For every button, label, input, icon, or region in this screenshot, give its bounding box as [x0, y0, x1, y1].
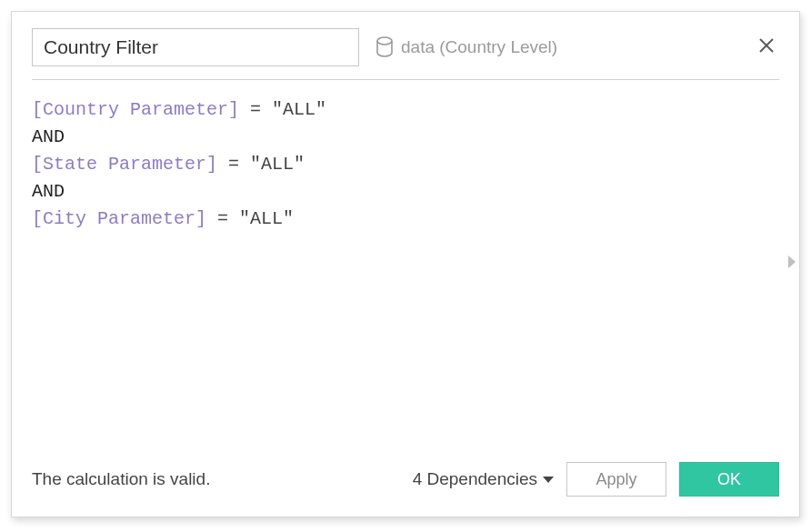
- formula-token-str: "ALL": [239, 208, 294, 229]
- formula-token-str: "ALL": [272, 99, 326, 120]
- formula-token-kw: AND: [32, 181, 65, 202]
- calculation-name-input[interactable]: [32, 28, 359, 66]
- close-button[interactable]: [754, 35, 779, 60]
- validation-status: The calculation is valid.: [32, 469, 210, 489]
- svg-marker-3: [788, 256, 796, 268]
- formula-editor[interactable]: [Country Parameter] = "ALL" AND [State P…: [12, 80, 799, 462]
- datasource-label: data (Country Level): [401, 37, 557, 57]
- dialog-header: data (Country Level): [12, 12, 799, 79]
- formula-token-kw: AND: [32, 126, 65, 147]
- dependencies-label: 4 Dependencies: [413, 469, 537, 489]
- expand-panel-button[interactable]: [784, 251, 800, 276]
- formula-token-op: =: [228, 154, 239, 175]
- apply-button[interactable]: Apply: [566, 462, 666, 497]
- calculation-editor-dialog: data (Country Level) [Country Parameter]…: [11, 11, 800, 517]
- dependencies-dropdown[interactable]: 4 Dependencies: [413, 469, 554, 489]
- formula-token-field: [City Parameter]: [32, 208, 206, 229]
- formula-token-field: [State Parameter]: [32, 154, 217, 175]
- datasource-icon: [375, 36, 394, 58]
- formula-token-field: [Country Parameter]: [32, 99, 239, 120]
- chevron-right-icon: [786, 254, 797, 274]
- editor-container: [Country Parameter] = "ALL" AND [State P…: [12, 80, 799, 462]
- ok-button[interactable]: OK: [679, 462, 779, 497]
- formula-token-op: =: [217, 208, 228, 229]
- datasource-selector[interactable]: data (Country Level): [375, 36, 557, 58]
- formula-token-str: "ALL": [250, 154, 305, 175]
- close-icon: [757, 36, 776, 58]
- dialog-footer: The calculation is valid. 4 Dependencies…: [12, 462, 799, 517]
- formula-token-op: =: [250, 99, 261, 120]
- svg-point-0: [377, 37, 392, 45]
- chevron-down-icon: [543, 477, 554, 483]
